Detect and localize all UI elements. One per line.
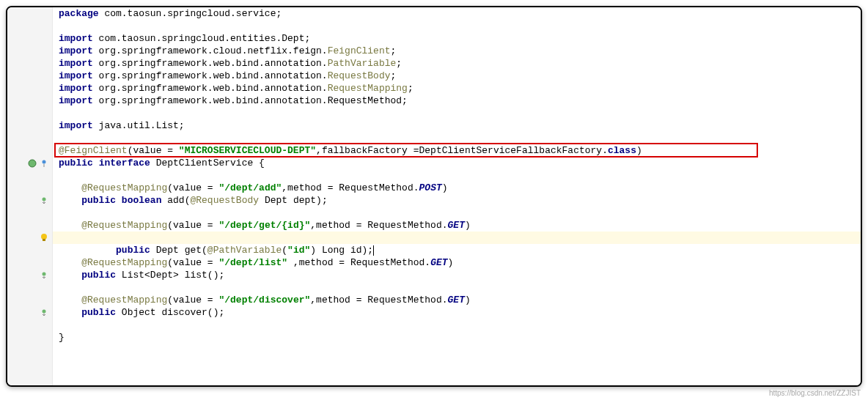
method-text: Object discover(); xyxy=(116,307,224,318)
keyword: class xyxy=(608,145,636,156)
keyword: import xyxy=(59,95,93,106)
class-name: DeptClientService { xyxy=(150,158,265,168)
svg-point-2 xyxy=(43,197,46,201)
gutter xyxy=(7,7,53,385)
string-literal: "/dept/add" xyxy=(218,182,282,193)
import-text: com.taosun.springcloud.entities.Dept; xyxy=(93,33,310,44)
string-literal: "/dept/discover" xyxy=(218,295,310,305)
import-text: org.springframework.web.bind.annotation. xyxy=(93,70,328,81)
keyword: import xyxy=(59,70,93,81)
paren: (value = xyxy=(167,220,218,231)
enum-const: GET xyxy=(448,295,465,305)
svg-point-4 xyxy=(43,272,46,275)
import-text: org.springframework.web.bind.annotation. xyxy=(93,83,328,94)
watermark: https://blog.csdn.net/ZZJIST xyxy=(769,389,861,393)
paren: ) xyxy=(636,145,642,156)
paren: (value = xyxy=(167,295,218,305)
enum-const: GET xyxy=(430,257,447,268)
enum-const: POST xyxy=(419,182,442,193)
text: ,method = RequestMethod. xyxy=(282,182,419,193)
annotation: @RequestBody xyxy=(190,195,259,206)
class-icon xyxy=(27,158,37,168)
keyword: import xyxy=(59,120,93,131)
class-ref: FeignClient xyxy=(328,45,391,56)
text: ,method = RequestMethod. xyxy=(310,295,447,305)
keyword: public xyxy=(59,158,93,168)
string-literal: "/dept/get/{id}" xyxy=(218,220,310,231)
keyword: import xyxy=(59,45,93,56)
method-name: add( xyxy=(161,195,190,206)
svg-point-6 xyxy=(41,234,47,240)
keyword: public boolean xyxy=(81,195,161,206)
annotation: @FeignClient xyxy=(59,145,128,156)
paren: (value = xyxy=(167,182,218,193)
implemented-icon xyxy=(39,158,49,168)
gutter-marker-method[interactable] xyxy=(7,269,52,281)
text: ,fallbackFactory =DeptClientServiceFallb… xyxy=(316,145,608,156)
annotation: @RequestMapping xyxy=(81,220,167,231)
close-brace: } xyxy=(59,332,65,343)
paren: ) xyxy=(465,295,471,305)
import-text: org.springframework.cloud.netflix.feign. xyxy=(93,45,328,56)
paren: ) xyxy=(465,220,471,231)
annotation: @RequestMapping xyxy=(81,257,167,268)
param: Dept dept); xyxy=(259,195,328,206)
import-text: java.util.List; xyxy=(93,120,185,131)
svg-point-1 xyxy=(43,160,46,163)
keyword: import xyxy=(59,33,93,44)
import-text: org.springframework.web.bind.annotation. xyxy=(93,58,328,69)
paren: (value = xyxy=(128,145,179,156)
string-literal: "MICROSERVICECLOUD-DEPT" xyxy=(179,145,316,156)
override-down-icon xyxy=(39,308,49,318)
svg-point-5 xyxy=(43,309,46,313)
package-name: com.taosun.springcloud.service; xyxy=(99,8,282,19)
paren: ) xyxy=(442,182,448,193)
keyword: package xyxy=(59,8,99,19)
svg-point-0 xyxy=(29,160,36,167)
code-content[interactable]: package com.taosun.springcloud.service; … xyxy=(53,7,861,385)
current-line: public Dept get(@PathVariable("id") Long… xyxy=(53,232,861,244)
annotation: @RequestMapping xyxy=(81,295,167,305)
paren: ) xyxy=(448,257,454,268)
class-ref: RequestMapping xyxy=(328,83,408,94)
gutter-marker-method[interactable] xyxy=(7,306,52,319)
annotation: @RequestMapping xyxy=(81,182,167,193)
string-literal: "/dept/list" xyxy=(218,257,287,268)
bulb-icon[interactable] xyxy=(40,233,48,242)
class-ref: PathVariable xyxy=(328,58,397,69)
text: ,method = RequestMethod. xyxy=(287,257,430,268)
keyword: import xyxy=(59,83,93,94)
keyword: public xyxy=(81,307,116,318)
class-ref: RequestBody xyxy=(328,70,391,81)
override-down-icon xyxy=(39,270,49,281)
method-text: List<Dept> list(); xyxy=(116,270,224,281)
svg-rect-7 xyxy=(43,239,45,241)
keyword: import xyxy=(59,58,93,69)
enum-const: GET xyxy=(448,220,465,231)
text: ,method = RequestMethod. xyxy=(310,220,447,231)
gutter-marker-class[interactable] xyxy=(7,157,52,169)
import-text: org.springframework.web.bind.annotation.… xyxy=(93,95,408,106)
gutter-marker-method[interactable] xyxy=(7,194,52,207)
override-down-icon xyxy=(39,196,49,206)
keyword: interface xyxy=(99,158,150,168)
paren: (value = xyxy=(167,257,218,268)
keyword: public xyxy=(81,270,116,281)
code-editor: package com.taosun.springcloud.service; … xyxy=(6,6,862,387)
